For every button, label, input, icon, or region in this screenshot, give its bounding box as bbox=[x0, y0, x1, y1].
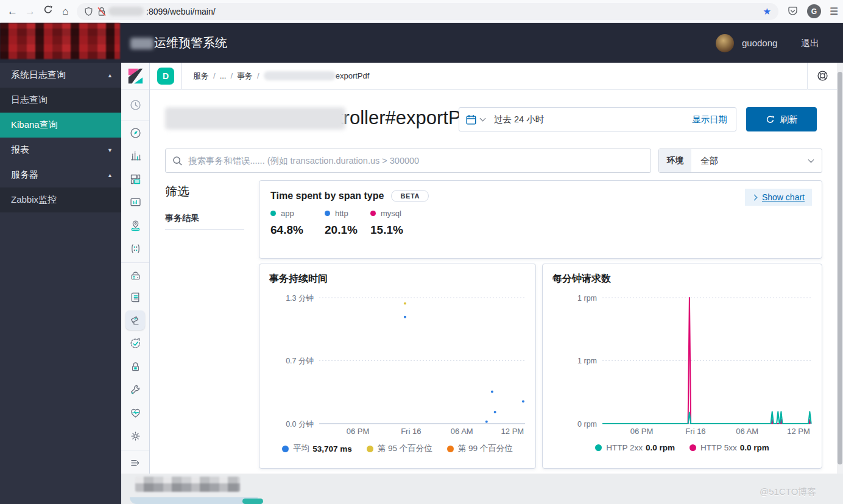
kibana-logo[interactable] bbox=[121, 63, 149, 89]
sidebar-item-label: 报表 bbox=[11, 144, 29, 156]
span-type-value: 15.1% bbox=[370, 223, 403, 237]
breadcrumb-transactions[interactable]: 事务 bbox=[237, 71, 253, 82]
machine-learning-icon[interactable] bbox=[121, 237, 149, 260]
help-icon[interactable] bbox=[816, 69, 829, 82]
collapse-nav-icon[interactable] bbox=[121, 450, 149, 473]
blurred-text bbox=[130, 38, 153, 49]
sidebar-item[interactable]: Kibana查询 bbox=[0, 113, 121, 138]
svg-text:06 AM: 06 AM bbox=[451, 427, 473, 436]
legend-item: 第 99 个百分位 bbox=[447, 443, 513, 454]
recently-viewed-icon[interactable] bbox=[121, 94, 149, 117]
legend-value: 53,707 ms bbox=[312, 444, 352, 453]
browser-account-avatar[interactable]: G bbox=[807, 4, 821, 18]
visualize-icon[interactable] bbox=[121, 144, 149, 167]
stack-monitoring-icon[interactable] bbox=[121, 401, 149, 424]
service-letter-badge: D bbox=[157, 68, 174, 85]
maps-icon[interactable] bbox=[121, 214, 149, 237]
svg-text:12 PM: 12 PM bbox=[501, 427, 524, 436]
calendar-menu-button[interactable] bbox=[459, 108, 492, 131]
decorative-shape bbox=[130, 497, 258, 504]
sidebar-item-label: 服务器 bbox=[11, 169, 38, 181]
environment-select[interactable]: 环境 全部 bbox=[658, 149, 822, 173]
app-title: 运维预警系统 bbox=[154, 23, 227, 63]
span-type-panel: Time spent by span type BETA Show chart … bbox=[259, 180, 822, 259]
apm-icon[interactable] bbox=[121, 309, 149, 332]
management-icon[interactable] bbox=[121, 424, 149, 447]
chart-title: 事务持续时间 bbox=[259, 273, 535, 285]
watermark: @51CTO博客 bbox=[760, 486, 816, 498]
svg-text:06 AM: 06 AM bbox=[736, 427, 758, 436]
siem-icon[interactable] bbox=[121, 355, 149, 378]
bookmark-star-icon[interactable]: ★ bbox=[763, 6, 771, 17]
legend-name: 第 95 个百分位 bbox=[378, 443, 432, 454]
requests-per-minute-card: 每分钟请求数 1 rpm1 rpm0 rpm06 PMFri 1606 AM12… bbox=[542, 264, 822, 469]
scrollbar-thumb[interactable] bbox=[838, 72, 842, 464]
logout-link[interactable]: 退出 bbox=[801, 23, 819, 63]
svg-text:0.7 分钟: 0.7 分钟 bbox=[286, 357, 314, 365]
app-header: 运维预警系统 guodong 退出 bbox=[0, 23, 843, 63]
sidebar-item[interactable]: 报表▼ bbox=[0, 138, 121, 163]
sidebar-item[interactable]: 日志查询 bbox=[0, 88, 121, 113]
kibana-icon-rail bbox=[121, 63, 150, 474]
svg-text:0.0 分钟: 0.0 分钟 bbox=[286, 420, 314, 429]
divider bbox=[182, 63, 182, 89]
refresh-button[interactable]: 刷新 bbox=[746, 107, 817, 131]
legend-dot-icon bbox=[270, 211, 276, 216]
date-picker[interactable]: 过去 24 小时 显示日期 bbox=[459, 107, 736, 131]
sidebar-menu: 系统日志查询▲日志查询Kibana查询报表▼服务器▲Zabbix监控 bbox=[0, 63, 121, 504]
legend-item: 第 95 个百分位 bbox=[367, 443, 432, 454]
sidebar-item[interactable]: 系统日志查询▲ bbox=[0, 63, 121, 88]
transaction-duration-card: 事务持续时间 1.3 分钟0.7 分钟0.0 分钟06 PMFri 1606 A… bbox=[259, 264, 536, 469]
span-type-name: mysql bbox=[381, 209, 401, 218]
address-bar[interactable]: :8099/webui/main/ ★ bbox=[77, 3, 778, 20]
divider bbox=[165, 229, 244, 230]
legend-name: 第 99 个百分位 bbox=[458, 443, 513, 454]
canvas-icon[interactable] bbox=[121, 191, 149, 214]
breadcrumb-services[interactable]: 服务 bbox=[193, 71, 209, 82]
back-icon[interactable]: ← bbox=[4, 5, 21, 18]
shield-permissions-icon[interactable] bbox=[84, 7, 93, 16]
chevron-down-icon bbox=[808, 157, 814, 163]
user-avatar[interactable] bbox=[716, 34, 734, 52]
show-chart-link[interactable]: Show chart bbox=[745, 189, 812, 206]
insecure-lock-icon[interactable] bbox=[97, 7, 106, 16]
pocket-icon[interactable] bbox=[787, 6, 799, 17]
uptime-icon[interactable] bbox=[121, 332, 149, 355]
discover-icon[interactable] bbox=[121, 121, 149, 144]
show-dates-link[interactable]: 显示日期 bbox=[692, 114, 727, 125]
filter-heading: 筛选 bbox=[165, 183, 189, 200]
breadcrumb-bar: D 服务 / ... / 事务 / exportPdf bbox=[150, 63, 843, 89]
legend-dot-icon bbox=[595, 444, 602, 451]
requests-per-minute-chart[interactable]: 1 rpm1 rpm0 rpm06 PMFri 1606 AM12 PM bbox=[552, 289, 813, 438]
dev-tools-icon[interactable] bbox=[121, 378, 149, 401]
logs-icon[interactable] bbox=[121, 285, 149, 309]
svg-text:Fri 16: Fri 16 bbox=[685, 427, 705, 436]
svg-text:1 rpm: 1 rpm bbox=[577, 294, 597, 303]
refresh-icon bbox=[766, 115, 775, 124]
search-input[interactable] bbox=[188, 156, 644, 166]
metrics-icon[interactable] bbox=[121, 262, 149, 285]
divider bbox=[807, 63, 808, 89]
time-range-value[interactable]: 过去 24 小时 bbox=[494, 114, 544, 125]
transaction-duration-chart[interactable]: 1.3 分钟0.7 分钟0.0 分钟06 PMFri 1606 AM12 PM bbox=[269, 289, 527, 438]
legend-name: 平均 bbox=[293, 443, 309, 454]
dashboard-icon[interactable] bbox=[121, 167, 149, 191]
search-box bbox=[165, 149, 651, 173]
sidebar-item[interactable]: 服务器▲ bbox=[0, 163, 121, 187]
sidebar-item[interactable]: Zabbix监控 bbox=[0, 187, 121, 212]
search-icon bbox=[172, 156, 183, 166]
reload-icon[interactable] bbox=[39, 5, 57, 18]
filter-section-transaction-result: 事务结果 bbox=[165, 213, 199, 224]
forward-icon[interactable]: → bbox=[21, 5, 39, 18]
blurred-tooltip bbox=[135, 477, 240, 492]
svg-text:0 rpm: 0 rpm bbox=[577, 420, 597, 429]
legend-name: HTTP 5xx bbox=[700, 443, 737, 452]
refresh-label: 刷新 bbox=[780, 114, 798, 125]
chart-title: 每分钟请求数 bbox=[543, 273, 822, 285]
browser-menu-icon[interactable]: ☰ bbox=[830, 5, 838, 17]
home-icon[interactable]: ⌂ bbox=[57, 5, 74, 18]
legend-item: 平均53,707 ms bbox=[282, 443, 352, 454]
svg-text:06 PM: 06 PM bbox=[347, 427, 370, 436]
breadcrumb-ellipsis[interactable]: ... bbox=[220, 71, 227, 80]
page-title-text: troller#exportPdf bbox=[338, 107, 476, 129]
